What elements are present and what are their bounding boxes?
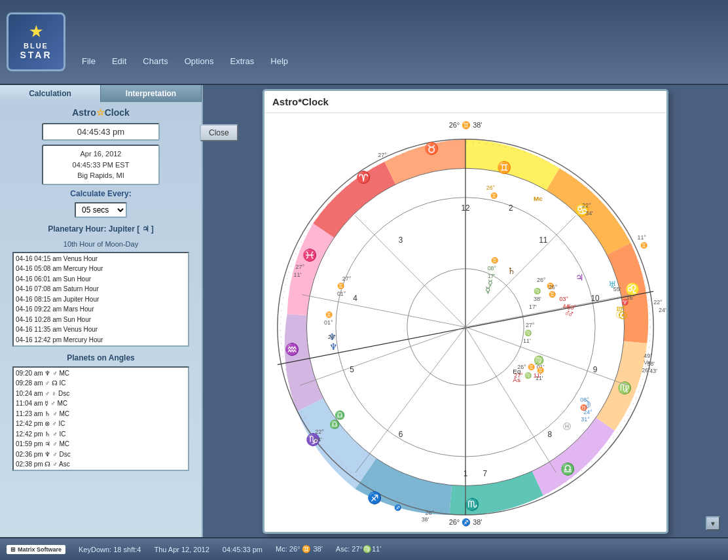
list-item[interactable]: 11:04 am ☿ ♂ MC — [16, 398, 186, 409]
menu-help[interactable]: Help — [264, 54, 295, 68]
svg-text:24': 24' — [659, 307, 666, 313]
list-item[interactable]: 01:59 pm ♃ ♂ MC — [16, 439, 186, 449]
menu-options[interactable]: Options — [178, 54, 221, 68]
svg-text:27°: 27° — [378, 152, 387, 158]
calc-every-label: Calculate Every: — [70, 189, 131, 198]
svg-text:24': 24' — [314, 436, 322, 443]
list-item[interactable]: 04-16 04:15 am Venus Hour — [16, 254, 186, 264]
svg-text:6: 6 — [399, 430, 403, 439]
calc-every-select[interactable]: 05 secs 10 secs 30 secs 01 min — [75, 202, 127, 218]
scroll-down-button[interactable]: ▼ — [706, 516, 720, 531]
svg-text:4: 4 — [353, 294, 357, 303]
list-item[interactable]: 04-16 12:42 pm Mercury Hour — [16, 335, 186, 345]
svg-text:♊: ♊ — [640, 241, 648, 249]
app-logo: ★ BLUE STAR — [7, 12, 65, 71]
svg-text:34': 34' — [585, 209, 593, 216]
svg-text:24°: 24° — [583, 408, 592, 415]
svg-text:♐: ♐ — [394, 504, 402, 512]
list-item[interactable]: 02:38 pm ☊ ♂ Asc — [16, 459, 186, 470]
svg-text:♐: ♐ — [367, 491, 382, 505]
svg-text:♍: ♍ — [534, 287, 541, 295]
status-asc: Asc: 27°♍11' — [336, 545, 381, 553]
right-panel: Astro*Clock — [203, 85, 728, 537]
list-item[interactable]: 11:23 am ♄ ♂ MC — [16, 409, 186, 419]
svg-text:17': 17' — [529, 304, 537, 310]
list-item[interactable]: 10:24 am ♂ ♀ Dsc — [16, 389, 186, 399]
svg-text:26° ♊ 38': 26° ♊ 38' — [449, 120, 482, 129]
matrix-logo-icon: ⊞ — [10, 546, 16, 553]
menu-extras[interactable]: Extras — [223, 54, 261, 68]
list-item[interactable]: 04-16 06:01 am Sun Hour — [16, 274, 186, 285]
date-display: Apr 16, 2012 04:45:33 PM EST Big Rapids,… — [42, 145, 160, 185]
menu-charts[interactable]: Charts — [136, 54, 174, 68]
tab-calculation[interactable]: Calculation — [0, 85, 101, 102]
svg-text:26°: 26° — [537, 276, 546, 283]
left-panel: Calculation Interpretation Astro☆Clock 0… — [0, 85, 203, 537]
list-item[interactable]: 03:15 pm ☽ ♂ Dsc — [16, 470, 186, 471]
svg-text:12: 12 — [461, 203, 469, 212]
svg-text:38': 38' — [422, 516, 429, 523]
chart-title: Astro*Clock — [264, 91, 666, 113]
menu-edit[interactable]: Edit — [105, 54, 133, 68]
list-item[interactable]: 04-16 05:08 am Mercury Hour — [16, 264, 186, 274]
list-item[interactable]: 12:42 pm ⊗ ♂ IC — [16, 419, 186, 429]
svg-text:☽: ☽ — [582, 398, 590, 408]
svg-text:♃: ♃ — [575, 272, 584, 282]
svg-text:17': 17' — [488, 272, 496, 279]
svg-text:♉: ♉ — [425, 141, 440, 155]
menu-file[interactable]: File — [75, 54, 102, 68]
tab-interpretation[interactable]: Interpretation — [101, 85, 202, 102]
list-item[interactable]: 04-16 07:08 am Saturn Hour — [16, 284, 186, 294]
status-keydown: KeyDown: 18 shft:4 — [79, 546, 141, 553]
svg-text:3: 3 — [399, 236, 403, 245]
hour-list[interactable]: 04-16 04:15 am Venus Hour 04-16 05:08 am… — [12, 252, 189, 347]
time-display: 04:45:43 pm — [42, 123, 160, 141]
svg-text:11': 11' — [523, 337, 531, 343]
svg-text:♊: ♊ — [325, 311, 333, 319]
logo-line1: BLUE — [24, 42, 48, 50]
svg-text:27°: 27° — [342, 275, 352, 281]
svg-text:44': 44' — [563, 303, 571, 309]
svg-text:7: 7 — [482, 468, 487, 478]
svg-text:♆: ♆ — [329, 341, 338, 351]
svg-text:♊: ♊ — [497, 160, 512, 175]
list-item[interactable]: 09:20 am ♆ ♂ MC — [16, 368, 186, 379]
svg-text:26°: 26° — [549, 284, 558, 290]
svg-text:18°: 18° — [616, 306, 625, 312]
svg-text:♎: ♎ — [335, 410, 346, 420]
astro-chart-svg: ♊ ♋ ♌ ♍ ♎ ♏ ♐ ♑ ♒ — [264, 113, 666, 528]
list-item[interactable]: 04-16 09:22 am Mars Hour — [16, 304, 186, 315]
list-item[interactable]: 04-16 08:15 am Jupiter Hour — [16, 294, 186, 305]
svg-text:58': 58' — [647, 360, 655, 367]
svg-text:26': 26' — [328, 333, 336, 340]
svg-text:08°: 08° — [488, 264, 497, 271]
svg-text:22°: 22° — [582, 201, 591, 208]
top-bar: ★ BLUE STAR File Edit Charts Options Ext… — [0, 0, 728, 85]
chart-window: Astro*Clock — [263, 89, 668, 534]
svg-text:♈: ♈ — [621, 298, 629, 306]
list-item[interactable]: 04-16 11:35 am Venus Hour — [16, 324, 186, 335]
matrix-software-logo: ⊞ Matrix Software — [7, 545, 65, 554]
status-bar: ⊞ Matrix Software KeyDown: 18 shft:4 Thu… — [0, 537, 728, 560]
svg-text:11': 11' — [536, 375, 543, 381]
list-item[interactable]: 12:42 pm ♄ ♂ IC — [16, 429, 186, 440]
svg-text:2: 2 — [509, 203, 513, 212]
svg-text:38': 38' — [534, 296, 541, 302]
svg-text:♍: ♍ — [524, 328, 532, 336]
svg-text:1: 1 — [464, 468, 468, 478]
planets-list[interactable]: 09:20 am ♆ ♂ MC 09:28 am ♂ ☊ IC 10:24 am… — [12, 366, 189, 471]
logo-star: ★ — [29, 24, 43, 41]
list-item[interactable]: 09:28 am ♂ ☊ IC — [16, 378, 186, 389]
list-item[interactable]: 02:36 pm ♆ ♂ Dsc — [16, 449, 186, 460]
status-time: 04:45:33 pm — [223, 546, 263, 553]
calc-every-row: Calculate Every: — [70, 189, 131, 198]
status-date: Thu Apr 12, 2012 — [154, 546, 209, 553]
list-item[interactable]: 04-16 01:49 pm Moon Hour — [16, 345, 186, 347]
svg-text:♒: ♒ — [285, 341, 300, 356]
list-item[interactable]: 04-16 10:28 am Sun Hour — [16, 315, 186, 325]
planetary-hour-header: Planetary Hour: Jupiter [ ♃ ] — [48, 224, 154, 234]
menu-items: File Edit Charts Options Extras Help — [75, 54, 295, 71]
svg-text:♊: ♊ — [490, 191, 498, 199]
svg-text:☿: ☿ — [488, 278, 493, 287]
close-button[interactable]: Close — [200, 124, 238, 141]
